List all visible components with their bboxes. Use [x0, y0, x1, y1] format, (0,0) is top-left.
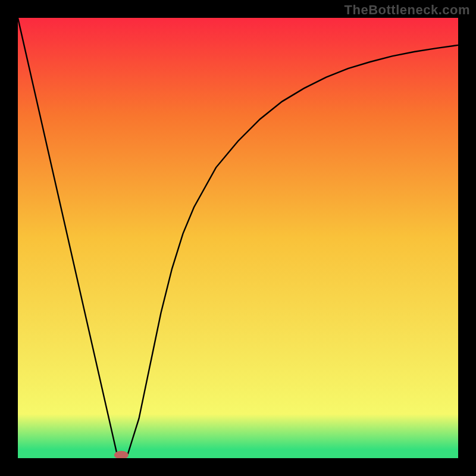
chart-background [18, 18, 458, 458]
watermark-text: TheBottleneck.com [345, 2, 470, 18]
plot-area [18, 18, 458, 458]
chart-svg [18, 18, 458, 458]
chart-frame: TheBottleneck.com [0, 0, 476, 476]
